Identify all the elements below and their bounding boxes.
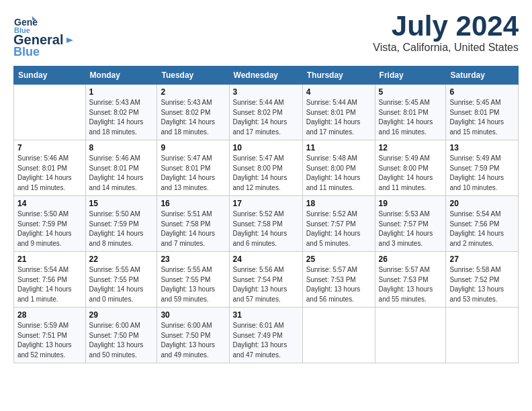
- day-cell: 9Sunrise: 5:47 AM Sunset: 8:01 PM Daylig…: [157, 140, 229, 196]
- day-info: Sunrise: 5:45 AM Sunset: 8:01 PM Dayligh…: [449, 98, 515, 137]
- day-cell: 29Sunrise: 6:00 AM Sunset: 7:50 PM Dayli…: [85, 308, 157, 363]
- day-number: 8: [89, 143, 154, 152]
- logo: General Blue General Blue: [13, 11, 75, 59]
- day-number: 28: [17, 310, 82, 320]
- day-cell: 24Sunrise: 5:56 AM Sunset: 7:54 PM Dayli…: [229, 252, 302, 308]
- day-number: 2: [161, 87, 225, 97]
- day-cell: 30Sunrise: 6:00 AM Sunset: 7:50 PM Dayli…: [157, 308, 229, 363]
- day-cell: 13Sunrise: 5:49 AM Sunset: 7:59 PM Dayli…: [446, 140, 519, 196]
- logo-icon: General Blue: [13, 11, 38, 35]
- day-cell: 3Sunrise: 5:44 AM Sunset: 8:02 PM Daylig…: [229, 85, 302, 140]
- day-number: 3: [233, 87, 299, 97]
- day-number: 29: [89, 310, 154, 320]
- day-info: Sunrise: 5:50 AM Sunset: 7:59 PM Dayligh…: [17, 210, 82, 248]
- day-cell: 15Sunrise: 5:50 AM Sunset: 7:59 PM Dayli…: [85, 196, 157, 252]
- day-cell: 18Sunrise: 5:52 AM Sunset: 7:57 PM Dayli…: [302, 196, 375, 252]
- day-cell: 17Sunrise: 5:52 AM Sunset: 7:58 PM Dayli…: [229, 196, 302, 252]
- day-info: Sunrise: 5:43 AM Sunset: 8:02 PM Dayligh…: [89, 98, 154, 137]
- day-cell: 22Sunrise: 5:55 AM Sunset: 7:55 PM Dayli…: [85, 252, 157, 308]
- page-container: General Blue General Blue July 2024 Vist…: [0, 0, 532, 370]
- day-info: Sunrise: 5:57 AM Sunset: 7:53 PM Dayligh…: [379, 265, 443, 304]
- day-number: 10: [233, 143, 299, 152]
- day-cell: 25Sunrise: 5:57 AM Sunset: 7:53 PM Dayli…: [302, 252, 375, 308]
- calendar-table: Sunday Monday Tuesday Wednesday Thursday…: [13, 66, 519, 363]
- day-number: 13: [449, 143, 515, 152]
- day-info: Sunrise: 5:43 AM Sunset: 8:02 PM Dayligh…: [161, 98, 225, 137]
- col-friday: Friday: [375, 66, 446, 85]
- day-info: Sunrise: 5:54 AM Sunset: 7:56 PM Dayligh…: [449, 210, 515, 248]
- week-row-3: 14Sunrise: 5:50 AM Sunset: 7:59 PM Dayli…: [14, 196, 519, 252]
- day-number: 1: [89, 87, 154, 97]
- day-cell: [446, 308, 519, 363]
- day-number: 31: [233, 310, 299, 320]
- day-info: Sunrise: 5:55 AM Sunset: 7:55 PM Dayligh…: [89, 265, 154, 304]
- day-number: 17: [233, 199, 299, 208]
- col-wednesday: Wednesday: [229, 66, 302, 85]
- day-info: Sunrise: 6:00 AM Sunset: 7:50 PM Dayligh…: [161, 321, 225, 360]
- day-info: Sunrise: 5:51 AM Sunset: 7:58 PM Dayligh…: [161, 210, 225, 248]
- day-cell: 12Sunrise: 5:49 AM Sunset: 8:00 PM Dayli…: [375, 140, 446, 196]
- month-title: July 2024: [373, 11, 519, 42]
- day-number: 9: [161, 143, 225, 152]
- day-number: 22: [89, 255, 154, 264]
- col-tuesday: Tuesday: [157, 66, 229, 85]
- day-cell: 28Sunrise: 5:59 AM Sunset: 7:51 PM Dayli…: [14, 308, 86, 363]
- day-info: Sunrise: 6:01 AM Sunset: 7:49 PM Dayligh…: [233, 321, 299, 360]
- day-number: 20: [449, 199, 515, 208]
- day-number: 11: [306, 143, 371, 152]
- day-cell: 7Sunrise: 5:46 AM Sunset: 8:01 PM Daylig…: [14, 140, 86, 196]
- day-number: 24: [233, 255, 299, 264]
- day-number: 7: [17, 143, 82, 152]
- col-sunday: Sunday: [14, 66, 86, 85]
- week-row-5: 28Sunrise: 5:59 AM Sunset: 7:51 PM Dayli…: [14, 308, 519, 363]
- week-row-2: 7Sunrise: 5:46 AM Sunset: 8:01 PM Daylig…: [14, 140, 519, 196]
- day-info: Sunrise: 5:52 AM Sunset: 7:58 PM Dayligh…: [233, 210, 299, 248]
- day-cell: 2Sunrise: 5:43 AM Sunset: 8:02 PM Daylig…: [157, 85, 229, 140]
- svg-marker-4: [66, 38, 73, 43]
- day-info: Sunrise: 5:50 AM Sunset: 7:59 PM Dayligh…: [89, 210, 154, 248]
- location-title: Vista, California, United States: [373, 42, 519, 54]
- day-info: Sunrise: 6:00 AM Sunset: 7:50 PM Dayligh…: [89, 321, 154, 360]
- header: General Blue General Blue July 2024 Vist…: [13, 11, 519, 59]
- day-cell: [375, 308, 446, 363]
- day-number: 15: [89, 199, 154, 208]
- day-info: Sunrise: 5:53 AM Sunset: 7:57 PM Dayligh…: [379, 210, 443, 248]
- day-number: 21: [17, 255, 82, 264]
- day-info: Sunrise: 5:48 AM Sunset: 8:00 PM Dayligh…: [306, 154, 371, 193]
- day-cell: 31Sunrise: 6:01 AM Sunset: 7:49 PM Dayli…: [229, 308, 302, 363]
- day-number: 14: [17, 199, 82, 208]
- day-number: 27: [449, 255, 515, 264]
- day-info: Sunrise: 5:47 AM Sunset: 8:01 PM Dayligh…: [161, 154, 225, 193]
- day-number: 4: [306, 87, 371, 97]
- day-number: 23: [161, 255, 225, 264]
- header-row: Sunday Monday Tuesday Wednesday Thursday…: [14, 66, 519, 85]
- day-info: Sunrise: 5:55 AM Sunset: 7:55 PM Dayligh…: [161, 265, 225, 304]
- day-cell: 26Sunrise: 5:57 AM Sunset: 7:53 PM Dayli…: [375, 252, 446, 308]
- day-info: Sunrise: 5:54 AM Sunset: 7:56 PM Dayligh…: [17, 265, 82, 304]
- day-info: Sunrise: 5:59 AM Sunset: 7:51 PM Dayligh…: [17, 321, 82, 360]
- day-number: 26: [379, 255, 443, 264]
- day-number: 5: [379, 87, 443, 97]
- day-cell: 1Sunrise: 5:43 AM Sunset: 8:02 PM Daylig…: [85, 85, 157, 140]
- day-cell: [302, 308, 375, 363]
- day-cell: [14, 85, 86, 140]
- day-info: Sunrise: 5:49 AM Sunset: 8:00 PM Dayligh…: [379, 154, 443, 193]
- day-cell: 6Sunrise: 5:45 AM Sunset: 8:01 PM Daylig…: [446, 85, 519, 140]
- day-cell: 4Sunrise: 5:44 AM Sunset: 8:01 PM Daylig…: [302, 85, 375, 140]
- day-info: Sunrise: 5:56 AM Sunset: 7:54 PM Dayligh…: [233, 265, 299, 304]
- logo-arrow-icon: [64, 35, 75, 46]
- logo-blue: Blue: [13, 45, 40, 59]
- week-row-4: 21Sunrise: 5:54 AM Sunset: 7:56 PM Dayli…: [14, 252, 519, 308]
- day-number: 6: [449, 87, 515, 97]
- day-info: Sunrise: 5:52 AM Sunset: 7:57 PM Dayligh…: [306, 210, 371, 248]
- day-info: Sunrise: 5:49 AM Sunset: 7:59 PM Dayligh…: [449, 154, 515, 193]
- col-saturday: Saturday: [446, 66, 519, 85]
- day-cell: 8Sunrise: 5:46 AM Sunset: 8:01 PM Daylig…: [85, 140, 157, 196]
- day-info: Sunrise: 5:57 AM Sunset: 7:53 PM Dayligh…: [306, 265, 371, 304]
- day-info: Sunrise: 5:47 AM Sunset: 8:00 PM Dayligh…: [233, 154, 299, 193]
- day-info: Sunrise: 5:44 AM Sunset: 8:02 PM Dayligh…: [233, 98, 299, 137]
- day-cell: 14Sunrise: 5:50 AM Sunset: 7:59 PM Dayli…: [14, 196, 86, 252]
- day-number: 30: [161, 310, 225, 320]
- day-number: 18: [306, 199, 371, 208]
- day-cell: 11Sunrise: 5:48 AM Sunset: 8:00 PM Dayli…: [302, 140, 375, 196]
